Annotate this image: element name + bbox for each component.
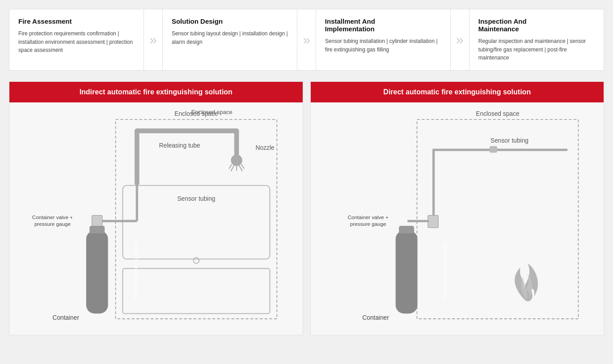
- svg-text:Enclosed space: Enclosed space: [476, 110, 520, 117]
- svg-text:Releasing tube: Releasing tube: [159, 142, 200, 149]
- svg-rect-0: [116, 119, 277, 319]
- indirect-solution-card: Indirect automatic fire extinguishing so…: [9, 81, 303, 335]
- direct-diagram-svg: Enclosed space Sensor tubing Fire exting…: [311, 102, 604, 335]
- step-title: Solution Design: [172, 17, 288, 25]
- direct-solution-card: Direct automatic fire extinguishing solu…: [310, 81, 605, 335]
- svg-line-15: [231, 165, 234, 171]
- svg-text:Sensor tubing: Sensor tubing: [490, 137, 528, 144]
- svg-rect-33: [427, 215, 438, 228]
- process-step-installment: Installment AndImplementation Sensor tub…: [316, 9, 451, 71]
- step-description: Fire protection requirements confirmatio…: [18, 30, 135, 55]
- svg-text:Fire extinguishing agent: Fire extinguishing agent: [132, 243, 138, 299]
- svg-text:pressure gauge: pressure gauge: [34, 221, 71, 227]
- svg-rect-23: [89, 226, 105, 233]
- indirect-diagram-svg: Enclosed space Sensor tubing Releasing t…: [9, 102, 303, 335]
- step-title: Fire Assessment: [18, 17, 135, 25]
- indirect-solution-body: Enclosed space Enclosed space Sensor tub…: [9, 102, 303, 335]
- svg-rect-21: [86, 230, 108, 313]
- svg-text:Container valve +: Container valve +: [347, 214, 388, 220]
- svg-rect-3: [123, 268, 270, 313]
- svg-text:Container: Container: [362, 314, 389, 321]
- svg-line-12: [229, 164, 232, 169]
- svg-text:Fire extinguishing agent: Fire extinguishing agent: [442, 243, 448, 299]
- svg-point-4: [194, 258, 199, 263]
- svg-line-14: [241, 164, 244, 169]
- svg-rect-37: [399, 226, 414, 233]
- svg-rect-35: [395, 230, 417, 313]
- arrow-1: »: [144, 9, 162, 71]
- indirect-solution-header: Indirect automatic fire extinguishing so…: [9, 82, 303, 102]
- svg-line-16: [239, 165, 242, 171]
- step-description: Regular inspection and maintenance | sen…: [478, 37, 595, 62]
- svg-text:Container: Container: [52, 314, 79, 321]
- step-description: Sensor tubing installation | cylinder in…: [325, 37, 441, 54]
- svg-point-11: [231, 155, 242, 166]
- svg-text:Enclosed space: Enclosed space: [174, 110, 218, 117]
- direct-solution-body: Enclosed space Sensor tubing Fire exting…: [311, 102, 604, 335]
- svg-text:Nozzle: Nozzle: [256, 144, 275, 151]
- arrow-3: »: [451, 9, 469, 71]
- step-title: Inspection AndMaintenance: [478, 17, 595, 33]
- process-step-fire-assessment: Fire Assessment Fire protection requirem…: [9, 9, 144, 71]
- step-title: Installment AndImplementation: [325, 17, 441, 33]
- svg-text:Container valve +: Container valve +: [32, 214, 73, 220]
- arrow-2: »: [297, 9, 316, 71]
- svg-text:Sensor tubing: Sensor tubing: [177, 195, 215, 202]
- process-step-solution-design: Solution Design Sensor tubing layout des…: [162, 9, 297, 71]
- process-step-inspection: Inspection AndMaintenance Regular inspec…: [469, 9, 604, 71]
- svg-text:pressure gauge: pressure gauge: [350, 221, 386, 227]
- direct-solution-header: Direct automatic fire extinguishing solu…: [311, 82, 604, 102]
- step-description: Sensor tubing layout design | installati…: [172, 30, 288, 46]
- svg-rect-31: [489, 146, 497, 152]
